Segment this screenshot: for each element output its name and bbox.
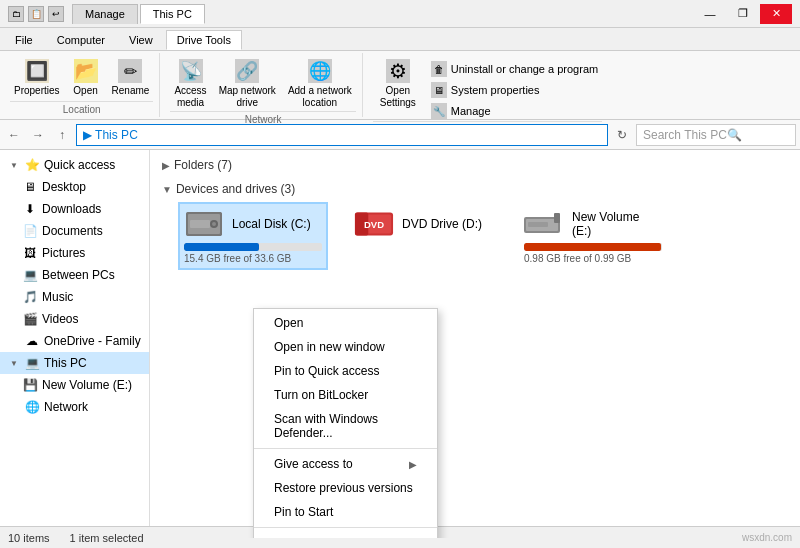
sidebar-music[interactable]: 🎵 Music — [0, 286, 149, 308]
ribbon: File Computer View Drive Tools 🔲 Propert… — [0, 28, 800, 120]
sidebar-documents[interactable]: 📄 Documents — [0, 220, 149, 242]
onedrive-label: OneDrive - Family — [44, 334, 141, 348]
uninstall-btn[interactable]: 🗑 Uninstall or change a program — [427, 59, 602, 79]
quick-access-arrow: ▼ — [10, 161, 20, 170]
ctx-restore-versions[interactable]: Restore previous versions — [254, 476, 437, 500]
drive-e-progress-bar-bg — [524, 243, 662, 251]
search-placeholder: Search This PC — [643, 128, 727, 142]
tab-manage[interactable]: Manage — [72, 4, 138, 24]
folders-header: ▶ Folders (7) — [162, 158, 788, 172]
open-btn[interactable]: 📂 Open — [68, 57, 104, 99]
drives-grid: Local Disk (C:) 15.4 GB free of 33.6 GB — [178, 202, 788, 270]
tb-icon-3: ↩ — [48, 6, 64, 22]
drive-c-top: Local Disk (C:) — [184, 208, 322, 240]
drive-e-icon — [524, 208, 564, 240]
access-media-btn[interactable]: 📡 Accessmedia — [170, 57, 210, 111]
drive-d-name: DVD Drive (D:) — [402, 217, 492, 231]
music-label: Music — [42, 290, 73, 304]
drive-dvd-d[interactable]: DVD DVD Drive (D:) — [348, 202, 498, 270]
this-pc-arrow: ▼ — [10, 359, 20, 368]
properties-label: Properties — [14, 85, 60, 97]
sidebar: ▼ ⭐ Quick access 🖥 Desktop ⬇ Downloads 📄… — [0, 150, 150, 538]
sidebar-this-pc[interactable]: ▼ 💻 This PC — [0, 352, 149, 374]
pictures-label: Pictures — [42, 246, 85, 260]
this-pc-icon: 💻 — [24, 355, 40, 371]
ctx-format[interactable]: Format... — [254, 531, 437, 538]
drive-c-progress-bar — [184, 243, 259, 251]
ribbon-tab-computer[interactable]: Computer — [46, 30, 116, 50]
drive-new-volume-e[interactable]: New Volume (E:) 0.98 GB free of 0.99 GB — [518, 202, 668, 270]
map-drive-btn[interactable]: 🔗 Map networkdrive — [215, 57, 280, 111]
ribbon-group-system: ⚙ OpenSettings 🗑 Uninstall or change a p… — [367, 53, 608, 117]
this-pc-label: This PC — [44, 356, 87, 370]
ctx-scan-defender[interactable]: Scan with Windows Defender... — [254, 407, 437, 445]
svg-rect-2 — [190, 220, 210, 228]
ctx-open[interactable]: Open — [254, 311, 437, 335]
network-icon: 🌐 — [24, 399, 40, 415]
sidebar-between-pcs[interactable]: 💻 Between PCs — [0, 264, 149, 286]
drive-c-space: 15.4 GB free of 33.6 GB — [184, 253, 291, 264]
sys-properties-btn[interactable]: 🖥 System properties — [427, 80, 602, 100]
breadcrumb-this-pc[interactable]: ▶ This PC — [83, 128, 138, 142]
uninstall-label: Uninstall or change a program — [451, 63, 598, 75]
maximize-button[interactable]: ❐ — [727, 4, 759, 24]
tb-icon-1: 🗀 — [8, 6, 24, 22]
up-button[interactable]: ↑ — [52, 125, 72, 145]
svg-rect-11 — [554, 213, 560, 223]
refresh-button[interactable]: ↻ — [612, 125, 632, 145]
add-location-btn[interactable]: 🌐 Add a networklocation — [284, 57, 356, 111]
drives-expand[interactable]: ▼ — [162, 184, 172, 195]
ctx-pin-start[interactable]: Pin to Start — [254, 500, 437, 524]
close-button[interactable]: ✕ — [760, 4, 792, 24]
quick-access-label: Quick access — [44, 158, 115, 172]
properties-btn[interactable]: 🔲 Properties — [10, 57, 64, 99]
map-drive-icon: 🔗 — [235, 59, 259, 83]
title-bar-icons: 🗀 📋 ↩ — [8, 6, 64, 22]
sidebar-onedrive[interactable]: ☁ OneDrive - Family — [0, 330, 149, 352]
sidebar-pictures[interactable]: 🖼 Pictures — [0, 242, 149, 264]
sidebar-downloads[interactable]: ⬇ Downloads — [0, 198, 149, 220]
ribbon-content: 🔲 Properties 📂 Open ✏ Rename Location 📡 — [0, 51, 800, 119]
access-media-label: Accessmedia — [174, 85, 206, 109]
open-settings-btn[interactable]: ⚙ OpenSettings — [373, 57, 423, 111]
ribbon-tab-drive-tools[interactable]: Drive Tools — [166, 30, 242, 50]
sidebar-desktop[interactable]: 🖥 Desktop — [0, 176, 149, 198]
sidebar-new-volume[interactable]: 💾 New Volume (E:) — [0, 374, 149, 396]
ctx-open-new-window[interactable]: Open in new window — [254, 335, 437, 359]
sidebar-quick-access[interactable]: ▼ ⭐ Quick access — [0, 154, 149, 176]
downloads-label: Downloads — [42, 202, 101, 216]
forward-button[interactable]: → — [28, 125, 48, 145]
location-items: 🔲 Properties 📂 Open ✏ Rename — [10, 55, 153, 101]
tb-icon-2: 📋 — [28, 6, 44, 22]
context-menu: Open Open in new window Pin to Quick acc… — [253, 308, 438, 538]
content-area: ▶ Folders (7) ▼ Devices and drives (3) — [150, 150, 800, 538]
add-location-label: Add a networklocation — [288, 85, 352, 109]
address-input[interactable]: ▶ This PC — [76, 124, 608, 146]
search-box[interactable]: Search This PC 🔍 — [636, 124, 796, 146]
ctx-pin-quick-access[interactable]: Pin to Quick access — [254, 359, 437, 383]
sidebar-network[interactable]: 🌐 Network — [0, 396, 149, 418]
sidebar-videos[interactable]: 🎬 Videos — [0, 308, 149, 330]
drives-header: ▼ Devices and drives (3) — [162, 182, 788, 196]
rename-btn[interactable]: ✏ Rename — [108, 57, 154, 99]
back-button[interactable]: ← — [4, 125, 24, 145]
title-bar-controls: — ❐ ✕ — [694, 4, 792, 24]
ctx-bitlocker[interactable]: Turn on BitLocker — [254, 383, 437, 407]
ribbon-tab-view[interactable]: View — [118, 30, 164, 50]
tab-this-pc[interactable]: This PC — [140, 4, 205, 24]
ribbon-tab-file[interactable]: File — [4, 30, 44, 50]
between-pcs-icon: 💻 — [22, 267, 38, 283]
ctx-give-access[interactable]: Give access to▶ — [254, 452, 437, 476]
manage-label: Manage — [451, 105, 491, 117]
open-label: Open — [73, 85, 97, 97]
manage-btn[interactable]: 🔧 Manage — [427, 101, 602, 121]
drive-c-info: Local Disk (C:) — [232, 217, 322, 231]
desktop-label: Desktop — [42, 180, 86, 194]
open-icon: 📂 — [74, 59, 98, 83]
minimize-button[interactable]: — — [694, 4, 726, 24]
folders-section: ▶ Folders (7) — [162, 158, 788, 172]
folders-expand[interactable]: ▶ — [162, 160, 170, 171]
rename-icon: ✏ — [118, 59, 142, 83]
watermark: wsxdn.com — [742, 532, 792, 543]
drive-local-disk-c[interactable]: Local Disk (C:) 15.4 GB free of 33.6 GB — [178, 202, 328, 270]
